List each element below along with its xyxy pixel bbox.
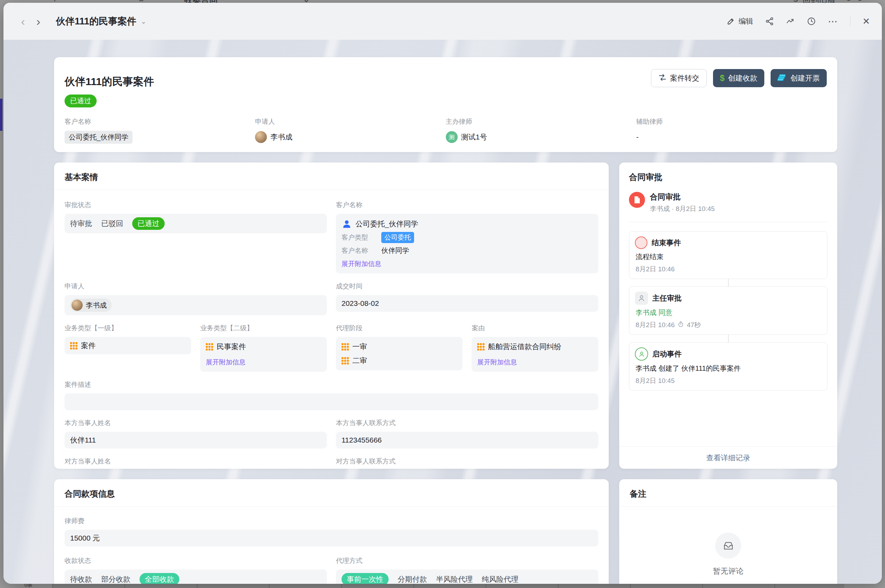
deal-date-box[interactable]: 2023-08-02 bbox=[336, 295, 598, 312]
create-invoice-label: 创建开票 bbox=[790, 73, 820, 83]
our-party-name-box[interactable]: 伙伴111 bbox=[64, 432, 327, 448]
client-detail-name: 公司委托_伙伴同学 bbox=[356, 219, 418, 229]
view-detail-log-link[interactable]: 查看详细记录 bbox=[619, 446, 837, 469]
create-invoice-button[interactable]: 创建开票 bbox=[771, 69, 827, 87]
client-tag[interactable]: 公司委托_伙伴同学 bbox=[64, 131, 132, 144]
more-button[interactable]: ⋯ bbox=[828, 16, 838, 27]
transfer-icon bbox=[658, 73, 667, 83]
flow-title: 合同审批 bbox=[650, 192, 715, 202]
option-semi-risk[interactable]: 半风险代理 bbox=[436, 574, 472, 584]
case-transfer-button[interactable]: 案件转交 bbox=[651, 69, 707, 87]
background-avatar bbox=[857, 0, 863, 1]
field-agent-mode: 代理方式 事前一次性 分期付款 半风险代理 纯风险代理 bbox=[336, 556, 598, 584]
lawyer-fee-box[interactable]: 15000 元 bbox=[64, 530, 598, 546]
client-type-label: 客户类型 bbox=[342, 233, 374, 242]
modal-topbar: ‹ › 伙伴111的民事案件 ⌄ 编辑 bbox=[3, 3, 882, 40]
notes-card-title: 备注 bbox=[630, 489, 646, 498]
option-pending[interactable]: 待审批 bbox=[70, 219, 92, 228]
no-comments-text: 暂无评论 bbox=[713, 566, 744, 576]
create-receipt-label: 创建收款 bbox=[728, 73, 758, 83]
field-label: 案由 bbox=[472, 324, 598, 333]
our-party-name-value: 伙伴111 bbox=[70, 435, 96, 445]
receipt-status-box[interactable]: 待收款 部分收款 全部收款 bbox=[64, 570, 327, 584]
invoice-icon bbox=[777, 72, 787, 84]
client-detail-box[interactable]: 公司委托_伙伴同学 客户类型 公司委托 客户名称 伙伴同学 bbox=[336, 214, 598, 273]
field-lawyer-fee: 律师费 15000 元 bbox=[64, 516, 598, 546]
agent-stage-value: 二审 bbox=[352, 356, 367, 366]
next-record-button[interactable]: › bbox=[31, 14, 46, 29]
person-icon bbox=[342, 219, 352, 229]
approval-flow-item[interactable]: 合同审批 李书成 · 8月2日 10:45 bbox=[629, 192, 828, 213]
field-label: 对方当事人联系方式 bbox=[336, 457, 598, 466]
contract-payment-card: 合同款项信息 律师费 15000 元 收款状态 bbox=[54, 479, 609, 584]
background-legacy-link: 回到旧版 bbox=[802, 0, 836, 3]
end-event-icon bbox=[635, 237, 648, 249]
field-case-description: 案件描述 bbox=[64, 380, 598, 410]
timeline-time: 8月2日 10:46 bbox=[636, 321, 675, 330]
basic-case-card: 基本案情 审批状态 待审批 已驳回 已通过 bbox=[54, 162, 609, 469]
field-label: 本方当事人联系方式 bbox=[336, 418, 598, 428]
field-label: 对方当事人姓名 bbox=[64, 457, 327, 466]
biz-level1-box[interactable]: 案件 bbox=[64, 337, 191, 354]
grid-icon bbox=[206, 343, 213, 351]
our-party-contact-box[interactable]: 1123455666 bbox=[336, 432, 598, 448]
field-our-party-contact: 本方当事人联系方式 1123455666 bbox=[336, 418, 598, 448]
approver-person-icon bbox=[635, 291, 648, 305]
timeline-item-start-event: 启动事件 李书成 创建了 伙伴111的民事案件 8月2日 10:45 bbox=[629, 342, 828, 391]
timeline-title: 结束事件 bbox=[652, 238, 681, 248]
history-button[interactable] bbox=[807, 17, 816, 26]
option-partial-payment[interactable]: 部分收款 bbox=[101, 574, 130, 584]
field-assist-lawyer: 辅助律师 - bbox=[636, 117, 827, 144]
option-upfront-selected[interactable]: 事前一次性 bbox=[342, 573, 388, 584]
share-button[interactable] bbox=[765, 17, 774, 26]
option-installments[interactable]: 分期付款 bbox=[398, 574, 427, 584]
option-pure-risk[interactable]: 纯风险代理 bbox=[482, 574, 518, 584]
timeline-title: 主任审批 bbox=[652, 293, 682, 303]
option-approved-selected[interactable]: 已通过 bbox=[132, 217, 165, 230]
field-biz-level2: 业务类型【二级】 bbox=[200, 324, 327, 372]
create-receipt-button[interactable]: $ 创建收款 bbox=[713, 69, 764, 87]
field-label: 本方当事人姓名 bbox=[64, 418, 327, 428]
applicant-box[interactable]: 李书成 bbox=[64, 295, 327, 315]
option-paid-in-full-selected[interactable]: 全部收款 bbox=[140, 573, 179, 584]
agent-mode-box[interactable]: 事前一次性 分期付款 半风险代理 纯风险代理 bbox=[336, 570, 598, 584]
flow-meta: 李书成 · 8月2日 10:45 bbox=[650, 204, 715, 213]
field-label: 成交时间 bbox=[336, 282, 598, 291]
case-description-box[interactable] bbox=[64, 393, 598, 410]
applicant-name: 李书成 bbox=[86, 301, 107, 310]
field-lead-lawyer: 主办律师 测 测试1号 bbox=[446, 117, 636, 144]
background-add-tab-icon: + bbox=[52, 0, 57, 3]
notes-card: 备注 暂无评论 bbox=[619, 479, 837, 584]
close-button[interactable]: ✕ bbox=[862, 16, 870, 27]
automation-button[interactable] bbox=[786, 17, 795, 26]
our-party-contact-value: 1123455666 bbox=[342, 436, 382, 444]
biz-level2-value: 民事案件 bbox=[217, 342, 246, 351]
option-awaiting-payment[interactable]: 待收款 bbox=[70, 574, 92, 584]
agent-stage-box[interactable]: 一审 bbox=[336, 337, 462, 370]
biz-level2-box[interactable]: 民事案件 展开附加信息 bbox=[200, 337, 327, 372]
timeline-item-director-approval: 主任审批 李书成 同意 8月2日 10:46 47秒 bbox=[629, 286, 828, 335]
field-other-party-name: 对方当事人姓名 bbox=[64, 457, 327, 469]
modal-title: 伙伴111的民事案件 bbox=[56, 15, 136, 27]
field-label: 辅助律师 bbox=[636, 117, 827, 126]
contract-approval-card: 合同审批 合同审批 李书成 · 8月2日 10:45 bbox=[619, 162, 837, 469]
agent-stage-value: 一审 bbox=[352, 342, 367, 351]
timeline-time: 8月2日 10:46 bbox=[636, 265, 675, 274]
background-tab-label: 收案合同 bbox=[184, 0, 218, 3]
timeline-title: 启动事件 bbox=[652, 349, 682, 359]
title-chevron-icon[interactable]: ⌄ bbox=[141, 17, 147, 26]
expand-extra-info-link[interactable]: 展开附加信息 bbox=[206, 358, 246, 367]
approval-status-box[interactable]: 待审批 已驳回 已通过 bbox=[64, 214, 327, 233]
approval-card-title: 合同审批 bbox=[629, 172, 828, 183]
prev-record-button[interactable]: ‹ bbox=[15, 14, 31, 29]
edit-button[interactable]: 编辑 bbox=[727, 16, 753, 26]
field-label: 收款状态 bbox=[64, 556, 327, 566]
timeline-approval-result: 李书成 同意 bbox=[635, 308, 822, 317]
expand-extra-info-link[interactable]: 展开附加信息 bbox=[477, 358, 517, 367]
deal-date-value: 2023-08-02 bbox=[342, 299, 379, 308]
grid-icon bbox=[70, 342, 78, 350]
expand-extra-info-link[interactable]: 展开附加信息 bbox=[342, 260, 381, 268]
cause-box[interactable]: 船舶营运借款合同纠纷 展开附加信息 bbox=[472, 337, 598, 372]
field-other-party-contact: 对方当事人联系方式 bbox=[336, 457, 598, 469]
option-rejected[interactable]: 已驳回 bbox=[101, 219, 123, 228]
